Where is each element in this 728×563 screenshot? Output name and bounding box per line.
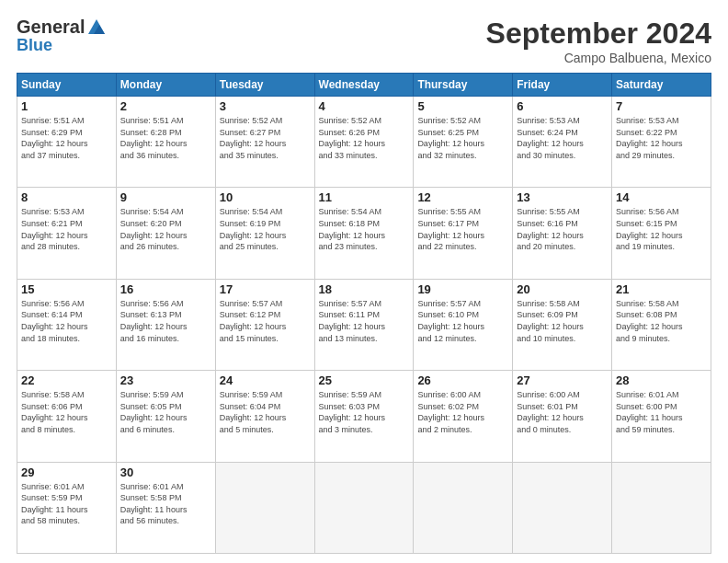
calendar-day-header: Wednesday: [314, 74, 414, 97]
day-number: 9: [120, 190, 211, 204]
day-info: Sunrise: 5:57 AM Sunset: 6:10 PM Dayligh…: [417, 298, 508, 344]
day-info: Sunrise: 5:53 AM Sunset: 6:22 PM Dayligh…: [616, 115, 707, 161]
day-info: Sunrise: 5:55 AM Sunset: 6:16 PM Dayligh…: [517, 206, 608, 252]
day-number: 10: [220, 190, 311, 204]
calendar-day-cell: 2Sunrise: 5:51 AM Sunset: 6:28 PM Daylig…: [116, 97, 215, 188]
calendar-week-row: 8Sunrise: 5:53 AM Sunset: 6:21 PM Daylig…: [17, 188, 711, 279]
location: Campo Balbuena, Mexico: [486, 51, 711, 65]
logo-text: General: [17, 17, 107, 38]
calendar-week-row: 15Sunrise: 5:56 AM Sunset: 6:14 PM Dayli…: [17, 279, 711, 370]
day-number: 3: [220, 99, 311, 113]
calendar-day-cell: 23Sunrise: 5:59 AM Sunset: 6:05 PM Dayli…: [116, 371, 215, 462]
calendar-day-cell: 7Sunrise: 5:53 AM Sunset: 6:22 PM Daylig…: [612, 97, 711, 188]
calendar-day-cell: [612, 462, 711, 553]
calendar-day-cell: 24Sunrise: 5:59 AM Sunset: 6:04 PM Dayli…: [215, 371, 314, 462]
calendar-day-header: Monday: [116, 74, 215, 97]
calendar-day-cell: 6Sunrise: 5:53 AM Sunset: 6:24 PM Daylig…: [513, 97, 612, 188]
day-info: Sunrise: 5:51 AM Sunset: 6:28 PM Dayligh…: [120, 115, 211, 161]
day-info: Sunrise: 5:51 AM Sunset: 6:29 PM Dayligh…: [21, 115, 112, 161]
day-info: Sunrise: 5:56 AM Sunset: 6:15 PM Dayligh…: [616, 206, 707, 252]
day-info: Sunrise: 5:56 AM Sunset: 6:14 PM Dayligh…: [21, 298, 112, 344]
calendar-day-cell: 27Sunrise: 6:00 AM Sunset: 6:01 PM Dayli…: [513, 371, 612, 462]
page: General Blue September 2024 Campo Balbue…: [0, 0, 728, 563]
day-number: 1: [21, 99, 112, 113]
calendar-day-cell: 17Sunrise: 5:57 AM Sunset: 6:12 PM Dayli…: [215, 279, 314, 370]
day-number: 22: [21, 373, 112, 387]
day-info: Sunrise: 5:57 AM Sunset: 6:11 PM Dayligh…: [319, 298, 410, 344]
calendar-week-row: 22Sunrise: 5:58 AM Sunset: 6:06 PM Dayli…: [17, 371, 711, 462]
day-number: 6: [517, 99, 608, 113]
title-area: September 2024 Campo Balbuena, Mexico: [486, 17, 711, 65]
day-info: Sunrise: 6:01 AM Sunset: 5:59 PM Dayligh…: [21, 481, 112, 527]
calendar-day-cell: 21Sunrise: 5:58 AM Sunset: 6:08 PM Dayli…: [612, 279, 711, 370]
day-info: Sunrise: 5:52 AM Sunset: 6:27 PM Dayligh…: [220, 115, 311, 161]
day-info: Sunrise: 5:52 AM Sunset: 6:25 PM Dayligh…: [417, 115, 508, 161]
calendar-week-row: 1Sunrise: 5:51 AM Sunset: 6:29 PM Daylig…: [17, 97, 711, 188]
day-number: 19: [417, 282, 508, 296]
calendar-week-row: 29Sunrise: 6:01 AM Sunset: 5:59 PM Dayli…: [17, 462, 711, 553]
day-info: Sunrise: 6:00 AM Sunset: 6:02 PM Dayligh…: [417, 389, 508, 435]
logo-icon: [86, 17, 107, 38]
day-number: 13: [517, 190, 608, 204]
logo-general: General: [17, 17, 85, 38]
day-number: 2: [120, 99, 211, 113]
calendar-day-header: Sunday: [17, 74, 117, 97]
calendar-day-cell: 13Sunrise: 5:55 AM Sunset: 6:16 PM Dayli…: [513, 188, 612, 279]
day-info: Sunrise: 5:54 AM Sunset: 6:19 PM Dayligh…: [220, 206, 311, 252]
calendar-day-header: Thursday: [414, 74, 513, 97]
day-number: 23: [120, 373, 211, 387]
logo: General Blue: [17, 17, 107, 55]
day-info: Sunrise: 5:54 AM Sunset: 6:18 PM Dayligh…: [319, 206, 410, 252]
calendar-day-cell: 8Sunrise: 5:53 AM Sunset: 6:21 PM Daylig…: [17, 188, 117, 279]
calendar-day-cell: [513, 462, 612, 553]
calendar-day-cell: 15Sunrise: 5:56 AM Sunset: 6:14 PM Dayli…: [17, 279, 117, 370]
day-info: Sunrise: 5:53 AM Sunset: 6:24 PM Dayligh…: [517, 115, 608, 161]
day-number: 17: [220, 282, 311, 296]
day-number: 11: [319, 190, 410, 204]
calendar-day-cell: 10Sunrise: 5:54 AM Sunset: 6:19 PM Dayli…: [215, 188, 314, 279]
calendar-day-cell: 16Sunrise: 5:56 AM Sunset: 6:13 PM Dayli…: [116, 279, 215, 370]
calendar-day-header: Saturday: [612, 74, 711, 97]
calendar-day-cell: 9Sunrise: 5:54 AM Sunset: 6:20 PM Daylig…: [116, 188, 215, 279]
day-number: 29: [21, 465, 112, 479]
day-info: Sunrise: 6:01 AM Sunset: 6:00 PM Dayligh…: [616, 389, 707, 435]
day-number: 14: [616, 190, 707, 204]
calendar-day-cell: 26Sunrise: 6:00 AM Sunset: 6:02 PM Dayli…: [414, 371, 513, 462]
header: General Blue September 2024 Campo Balbue…: [17, 17, 711, 65]
day-info: Sunrise: 5:52 AM Sunset: 6:26 PM Dayligh…: [319, 115, 410, 161]
day-info: Sunrise: 5:54 AM Sunset: 6:20 PM Dayligh…: [120, 206, 211, 252]
calendar-day-cell: 25Sunrise: 5:59 AM Sunset: 6:03 PM Dayli…: [314, 371, 414, 462]
day-number: 8: [21, 190, 112, 204]
day-info: Sunrise: 5:56 AM Sunset: 6:13 PM Dayligh…: [120, 298, 211, 344]
day-info: Sunrise: 5:58 AM Sunset: 6:09 PM Dayligh…: [517, 298, 608, 344]
calendar-day-cell: [215, 462, 314, 553]
calendar-day-header: Tuesday: [215, 74, 314, 97]
day-info: Sunrise: 5:57 AM Sunset: 6:12 PM Dayligh…: [220, 298, 311, 344]
day-info: Sunrise: 5:55 AM Sunset: 6:17 PM Dayligh…: [417, 206, 508, 252]
day-number: 28: [616, 373, 707, 387]
day-info: Sunrise: 6:01 AM Sunset: 5:58 PM Dayligh…: [120, 481, 211, 527]
day-number: 12: [417, 190, 508, 204]
calendar-day-cell: 14Sunrise: 5:56 AM Sunset: 6:15 PM Dayli…: [612, 188, 711, 279]
calendar-day-cell: [314, 462, 414, 553]
day-number: 27: [517, 373, 608, 387]
calendar-day-cell: 22Sunrise: 5:58 AM Sunset: 6:06 PM Dayli…: [17, 371, 117, 462]
day-info: Sunrise: 5:58 AM Sunset: 6:08 PM Dayligh…: [616, 298, 707, 344]
calendar-day-header: Friday: [513, 74, 612, 97]
day-number: 26: [417, 373, 508, 387]
calendar-day-cell: 19Sunrise: 5:57 AM Sunset: 6:10 PM Dayli…: [414, 279, 513, 370]
day-info: Sunrise: 5:58 AM Sunset: 6:06 PM Dayligh…: [21, 389, 112, 435]
calendar-day-cell: 20Sunrise: 5:58 AM Sunset: 6:09 PM Dayli…: [513, 279, 612, 370]
day-number: 21: [616, 282, 707, 296]
month-title: September 2024: [486, 17, 711, 51]
calendar-day-cell: 29Sunrise: 6:01 AM Sunset: 5:59 PM Dayli…: [17, 462, 117, 553]
calendar-header-row: SundayMondayTuesdayWednesdayThursdayFrid…: [17, 74, 711, 97]
day-number: 4: [319, 99, 410, 113]
calendar-day-cell: 28Sunrise: 6:01 AM Sunset: 6:00 PM Dayli…: [612, 371, 711, 462]
day-number: 25: [319, 373, 410, 387]
day-info: Sunrise: 5:59 AM Sunset: 6:04 PM Dayligh…: [220, 389, 311, 435]
day-number: 5: [417, 99, 508, 113]
day-number: 20: [517, 282, 608, 296]
day-info: Sunrise: 5:59 AM Sunset: 6:05 PM Dayligh…: [120, 389, 211, 435]
day-info: Sunrise: 5:59 AM Sunset: 6:03 PM Dayligh…: [319, 389, 410, 435]
